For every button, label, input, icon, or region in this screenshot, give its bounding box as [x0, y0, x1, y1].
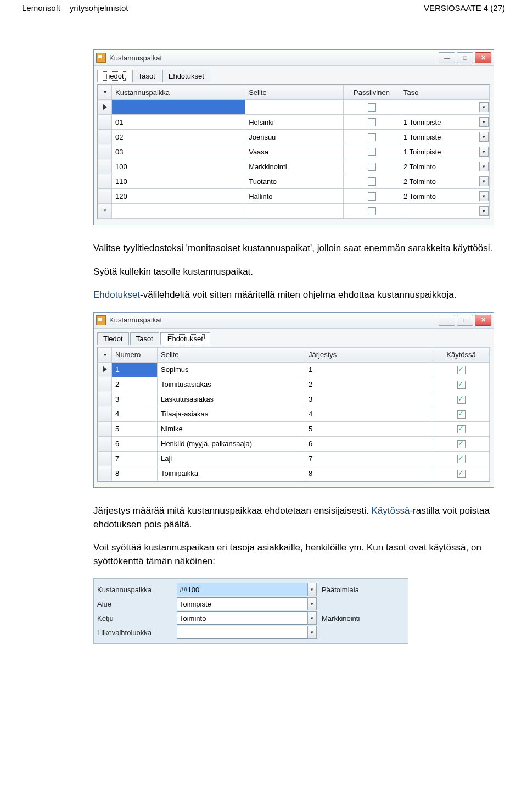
row-header[interactable] — [98, 144, 112, 159]
table-row[interactable]: 01Helsinki1 Toimipiste▾ — [98, 115, 490, 130]
cell-order[interactable]: 3 — [305, 392, 433, 407]
checkbox-icon[interactable] — [457, 396, 466, 404]
chevron-down-icon[interactable]: ▾ — [307, 626, 317, 639]
row-header-new[interactable]: * — [98, 204, 112, 219]
table-row[interactable]: 5Nimike5 — [98, 421, 490, 436]
cell-taso[interactable]: 2 Toiminto▾ — [400, 189, 490, 204]
cell-num[interactable]: 5 — [112, 421, 158, 436]
cell-num[interactable]: 8 — [112, 466, 158, 481]
cell-label[interactable]: Hallinto — [245, 189, 344, 204]
cell-num[interactable]: 6 — [112, 436, 158, 451]
cell-on[interactable] — [433, 377, 490, 392]
table-row[interactable]: 03Vaasa1 Toimipiste▾ — [98, 144, 490, 159]
cell-order[interactable]: 7 — [305, 451, 433, 466]
titlebar[interactable]: Kustannuspaikat — □ ✕ — [94, 50, 494, 66]
table-row[interactable]: 7Laji7 — [98, 451, 490, 466]
cell-on[interactable] — [433, 392, 490, 407]
cell-order[interactable]: 6 — [305, 436, 433, 451]
row-header[interactable] — [98, 421, 112, 436]
cell-code[interactable]: 100 — [112, 159, 245, 174]
chevron-down-icon[interactable]: ▾ — [479, 147, 489, 157]
minimize-button[interactable]: — — [439, 315, 455, 326]
cell-passive[interactable] — [344, 115, 400, 130]
cell-label[interactable]: Henkilö (myyjä, palkansaaja) — [158, 436, 305, 451]
cell-label[interactable]: Joensuu — [245, 130, 344, 144]
cell-passive[interactable] — [344, 100, 400, 115]
cell-code[interactable]: 110 — [112, 174, 245, 189]
cell-label[interactable]: Helsinki — [245, 115, 344, 130]
checkbox-icon[interactable] — [457, 440, 466, 448]
chevron-down-icon[interactable]: ▾ — [307, 583, 317, 596]
checkbox-icon[interactable] — [368, 103, 376, 112]
cell-num[interactable]: 4 — [112, 407, 158, 421]
cell-order[interactable]: 4 — [305, 407, 433, 421]
checkbox-icon[interactable] — [368, 133, 376, 141]
cell-passive[interactable] — [344, 174, 400, 189]
checkbox-icon[interactable] — [457, 366, 466, 374]
row-header[interactable] — [98, 451, 112, 466]
row-header[interactable] — [98, 130, 112, 144]
row-header[interactable] — [98, 189, 112, 204]
checkbox-icon[interactable] — [457, 425, 466, 433]
table-row[interactable]: 1Sopimus1 — [98, 362, 490, 377]
row-header[interactable] — [98, 100, 112, 115]
col-passiivinen[interactable]: Passiivinen — [344, 85, 400, 100]
chevron-down-icon[interactable]: ▾ — [479, 117, 489, 127]
table-row[interactable]: 3Laskutusasiakas3 — [98, 392, 490, 407]
table-row[interactable]: 2Toimitusasiakas2 — [98, 377, 490, 392]
row-header[interactable] — [98, 159, 112, 174]
checkbox-icon[interactable] — [368, 148, 376, 156]
col-kaytossa[interactable]: Käytössä — [433, 347, 490, 362]
cell-passive[interactable] — [344, 189, 400, 204]
chevron-down-icon[interactable]: ▾ — [479, 206, 489, 216]
close-button[interactable]: ✕ — [475, 52, 491, 63]
row-header[interactable] — [98, 436, 112, 451]
cell-taso[interactable]: 2 Toiminto▾ — [400, 174, 490, 189]
row-header[interactable] — [98, 115, 112, 130]
col-kustannuspaikka[interactable]: Kustannuspaikka — [112, 85, 245, 100]
row-header[interactable] — [98, 362, 112, 377]
cell-order[interactable]: 5 — [305, 421, 433, 436]
checkbox-icon[interactable] — [457, 381, 466, 389]
table-row-new[interactable]: *▾ — [98, 204, 490, 219]
grid-corner[interactable]: ▾ — [98, 85, 112, 100]
cell-label[interactable]: Markkinointi — [245, 159, 344, 174]
cell-order[interactable]: 1 — [305, 362, 433, 377]
cell-on[interactable] — [433, 436, 490, 451]
close-button[interactable]: ✕ — [475, 315, 491, 326]
col-taso[interactable]: Taso — [400, 85, 490, 100]
cell-code[interactable]: 120 — [112, 189, 245, 204]
checkbox-icon[interactable] — [457, 410, 466, 419]
minimize-button[interactable]: — — [439, 52, 455, 63]
cell-on[interactable] — [433, 407, 490, 421]
checkbox-icon[interactable] — [457, 470, 466, 478]
checkbox-icon[interactable] — [368, 192, 376, 201]
cell-code[interactable]: 02 — [112, 130, 245, 144]
cell-label[interactable]: Toimitusasiakas — [158, 377, 305, 392]
cell-order[interactable]: 8 — [305, 466, 433, 481]
tab-tiedot[interactable]: Tiedot — [97, 70, 131, 82]
maximize-button[interactable]: □ — [457, 315, 473, 326]
combo-box[interactable]: ▾ — [177, 626, 317, 639]
grid-corner[interactable]: ▾ — [98, 347, 112, 362]
tab-tasot[interactable]: Tasot — [132, 70, 161, 82]
cell-on[interactable] — [433, 466, 490, 481]
checkbox-icon[interactable] — [368, 207, 376, 215]
cell-num[interactable]: 1 — [112, 362, 158, 377]
combo-box[interactable]: Toimipiste▾ — [177, 597, 317, 610]
col-numero[interactable]: Numero — [112, 347, 158, 362]
col-selite[interactable]: Selite — [158, 347, 305, 362]
row-header[interactable] — [98, 466, 112, 481]
cell-order[interactable]: 2 — [305, 377, 433, 392]
cell-on[interactable] — [433, 451, 490, 466]
col-selite[interactable]: Selite — [245, 85, 344, 100]
cell-taso[interactable]: ▾ — [400, 100, 490, 115]
cell-label[interactable]: Vaasa — [245, 144, 344, 159]
cell-passive[interactable] — [344, 144, 400, 159]
cell-on[interactable] — [433, 421, 490, 436]
combo-box[interactable]: Toiminto▾ — [177, 611, 317, 625]
table-row[interactable]: 4Tilaaja-asiakas4 — [98, 407, 490, 421]
chevron-down-icon[interactable]: ▾ — [307, 597, 317, 610]
chevron-down-icon[interactable]: ▾ — [479, 162, 489, 171]
row-header[interactable] — [98, 377, 112, 392]
